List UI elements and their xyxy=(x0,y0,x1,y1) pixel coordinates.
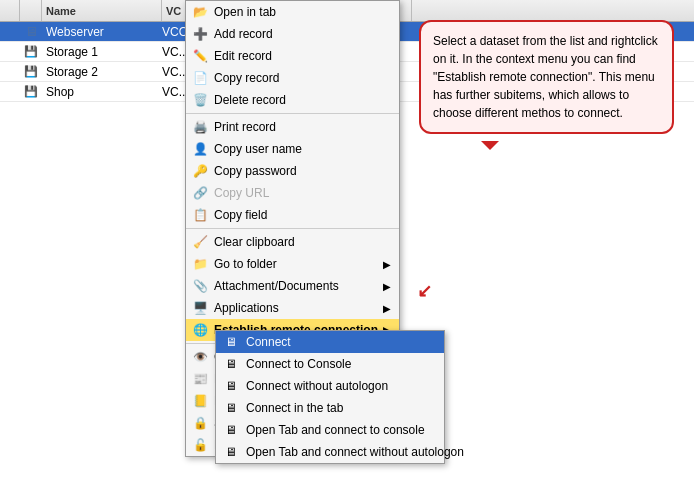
connect-icon: 🖥 xyxy=(220,335,242,349)
storage-icon: 💾 xyxy=(20,45,42,58)
menu-item-go-to-folder[interactable]: 📁Go to folder▶ xyxy=(186,253,399,275)
copy-field-icon: 📋 xyxy=(190,208,210,222)
history-icon: 📰 xyxy=(190,372,210,386)
callout-tooltip: Select a dataset from the list and right… xyxy=(419,20,674,134)
menu-item-copy-password[interactable]: 🔑Copy password xyxy=(186,160,399,182)
menu-item-copy-record[interactable]: 📄Copy record xyxy=(186,67,399,89)
logbook-icon: 📒 xyxy=(190,394,210,408)
applications-icon: 🖥️ xyxy=(190,301,210,315)
seal-icon: 🔒 xyxy=(190,416,210,430)
establish-remote-icon: 🌐 xyxy=(190,323,210,337)
copy-url-icon: 🔗 xyxy=(190,186,210,200)
open-tab-console-label: Open Tab and connect to console xyxy=(246,423,425,437)
quick-view-icon: 👁️ xyxy=(190,350,210,364)
submenu: 🖥Connect🖥Connect to Console🖥Connect with… xyxy=(215,330,445,464)
copy-password-label: Copy password xyxy=(214,164,391,178)
menu-item-copy-field[interactable]: 📋Copy field xyxy=(186,204,399,226)
copy-record-label: Copy record xyxy=(214,71,391,85)
submenu-item-connect-no-autologon[interactable]: 🖥Connect without autologon xyxy=(216,375,444,397)
submenu-item-open-tab-no-autologon[interactable]: 🖥Open Tab and connect without autologon xyxy=(216,441,444,463)
submenu-item-connect-tab[interactable]: 🖥Connect in the tab xyxy=(216,397,444,419)
delete-record-label: Delete record xyxy=(214,93,391,107)
menu-item-applications[interactable]: 🖥️Applications▶ xyxy=(186,297,399,319)
menu-item-copy-url[interactable]: 🔗Copy URL xyxy=(186,182,399,204)
copy-username-icon: 👤 xyxy=(190,142,210,156)
col-name-header: Name xyxy=(42,0,162,21)
connect-label: Connect xyxy=(246,335,291,349)
connect-console-label: Connect to Console xyxy=(246,357,351,371)
row-name: Shop xyxy=(42,85,162,99)
submenu-item-open-tab-console[interactable]: 🖥Open Tab and connect to console xyxy=(216,419,444,441)
go-to-folder-label: Go to folder xyxy=(214,257,383,271)
connect-console-icon: 🖥 xyxy=(220,357,242,371)
clear-clipboard-icon: 🧹 xyxy=(190,235,210,249)
copy-record-icon: 📄 xyxy=(190,71,210,85)
print-record-label: Print record xyxy=(214,120,391,134)
server-icon: 🖥 xyxy=(20,24,42,39)
open-in-tab-icon: 📂 xyxy=(190,5,210,19)
copy-password-icon: 🔑 xyxy=(190,164,210,178)
connect-no-autologon-label: Connect without autologon xyxy=(246,379,388,393)
attachment-icon: 📎 xyxy=(190,279,210,293)
menu-item-clear-clipboard[interactable]: 🧹Clear clipboard xyxy=(186,231,399,253)
go-to-folder-icon: 📁 xyxy=(190,257,210,271)
menu-item-print-record[interactable]: 🖨️Print record xyxy=(186,116,399,138)
submenu-item-connect[interactable]: 🖥Connect xyxy=(216,331,444,353)
copy-username-label: Copy user name xyxy=(214,142,391,156)
delete-record-icon: 🗑️ xyxy=(190,93,210,107)
connect-tab-icon: 🖥 xyxy=(220,401,242,415)
menu-separator xyxy=(186,113,399,114)
applications-arrow-icon: ▶ xyxy=(383,303,391,314)
col-check-header xyxy=(0,0,20,21)
callout-text: Select a dataset from the list and right… xyxy=(433,34,658,120)
edit-record-label: Edit record xyxy=(214,49,391,63)
open-in-tab-label: Open in tab xyxy=(214,5,391,19)
print-record-icon: 🖨️ xyxy=(190,120,210,134)
copy-field-label: Copy field xyxy=(214,208,391,222)
arrow-indicator: ↙ xyxy=(417,280,432,302)
storage-icon: 💾 xyxy=(20,65,42,78)
copy-url-label: Copy URL xyxy=(214,186,391,200)
edit-record-icon: ✏️ xyxy=(190,49,210,63)
add-record-label: Add record xyxy=(214,27,391,41)
menu-item-attachment[interactable]: 📎Attachment/Documents▶ xyxy=(186,275,399,297)
attachment-arrow-icon: ▶ xyxy=(383,281,391,292)
lock-unlock-icon: 🔓 xyxy=(190,438,210,452)
submenu-item-connect-console[interactable]: 🖥Connect to Console xyxy=(216,353,444,375)
col-icon-header xyxy=(20,0,42,21)
menu-item-edit-record[interactable]: ✏️Edit record xyxy=(186,45,399,67)
menu-separator xyxy=(186,228,399,229)
applications-label: Applications xyxy=(214,301,383,315)
menu-item-copy-username[interactable]: 👤Copy user name xyxy=(186,138,399,160)
add-record-icon: ➕ xyxy=(190,27,210,41)
menu-item-open-in-tab[interactable]: 📂Open in tab xyxy=(186,1,399,23)
row-name: Webserver xyxy=(42,25,162,39)
row-name: Storage 1 xyxy=(42,45,162,59)
menu-item-delete-record[interactable]: 🗑️Delete record xyxy=(186,89,399,111)
open-tab-console-icon: 🖥 xyxy=(220,423,242,437)
clear-clipboard-label: Clear clipboard xyxy=(214,235,391,249)
row-name: Storage 2 xyxy=(42,65,162,79)
attachment-label: Attachment/Documents xyxy=(214,279,383,293)
storage-icon: 💾 xyxy=(20,85,42,98)
open-tab-no-autologon-icon: 🖥 xyxy=(220,445,242,459)
go-to-folder-arrow-icon: ▶ xyxy=(383,259,391,270)
menu-item-add-record[interactable]: ➕Add record xyxy=(186,23,399,45)
open-tab-no-autologon-label: Open Tab and connect without autologon xyxy=(246,445,464,459)
connect-tab-label: Connect in the tab xyxy=(246,401,343,415)
connect-no-autologon-icon: 🖥 xyxy=(220,379,242,393)
